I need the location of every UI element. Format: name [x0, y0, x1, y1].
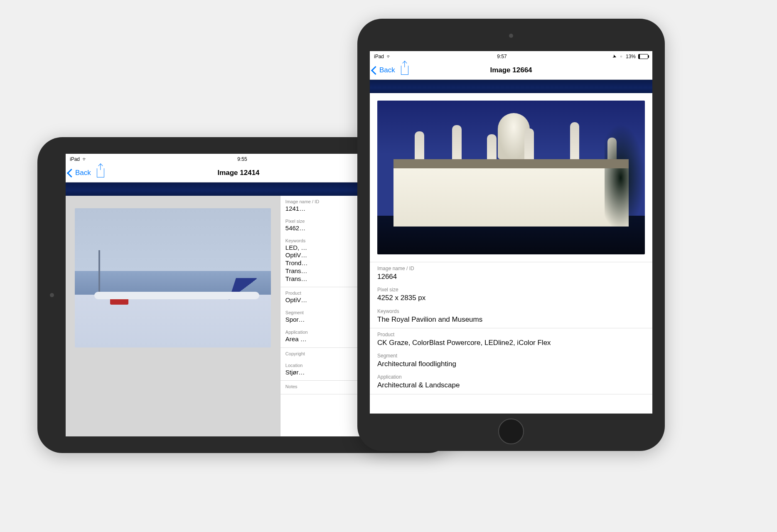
meta-row-application: Application Architectural & Landscape: [370, 372, 652, 393]
status-time: 9:57: [497, 54, 507, 59]
ipad-portrait-device: iPad ᯤ 9:57 ➤ ⚬ 13% Back Image 12664: [357, 19, 665, 451]
home-button[interactable]: [498, 419, 524, 444]
meta-row-segment: Segment Architectural floodlighting: [370, 350, 652, 372]
bluetooth-icon: ⚬: [619, 54, 623, 59]
location-icon: ➤: [612, 53, 617, 60]
share-icon[interactable]: [97, 168, 104, 177]
carrier-label: iPad: [374, 54, 384, 59]
chevron-left-icon: [371, 66, 380, 74]
meta-value: 12664: [377, 272, 645, 281]
battery-percent: 13%: [626, 54, 636, 59]
detail-image: [377, 101, 645, 254]
meta-value: The Royal Pavilion and Museums: [377, 315, 645, 324]
meta-row-product: Product CK Graze, ColorBlast Powercore, …: [370, 329, 652, 350]
metadata-panel: Image name / ID 12664 Pixel size 4252 x …: [370, 262, 652, 394]
meta-value: Architectural & Landscape: [377, 381, 645, 389]
meta-label: Image name / ID: [377, 266, 645, 271]
battery-icon: [638, 54, 648, 59]
back-label: Back: [379, 66, 395, 74]
page-title: Image 12664: [490, 66, 532, 74]
meta-label: Keywords: [377, 308, 645, 314]
wifi-icon: ᯤ: [82, 156, 87, 162]
image-viewer[interactable]: [370, 93, 652, 262]
camera-dot: [50, 293, 54, 297]
image-viewer[interactable]: [66, 196, 280, 436]
meta-row-image-name: Image name / ID 12664: [370, 263, 652, 284]
chevron-left-icon: [67, 168, 76, 177]
wifi-icon: ᯤ: [386, 54, 391, 59]
meta-label: Pixel size: [377, 287, 645, 293]
back-label: Back: [75, 169, 91, 177]
share-icon[interactable]: [401, 66, 408, 75]
meta-label: Segment: [377, 353, 645, 359]
meta-row-pixel-size: Pixel size 4252 x 2835 px: [370, 284, 652, 305]
page-title: Image 12414: [217, 169, 259, 177]
carrier-label: iPad: [70, 156, 80, 162]
meta-label: Product: [377, 332, 645, 337]
meta-value: Architectural floodlighting: [377, 360, 645, 368]
camera-dot: [509, 34, 513, 38]
portrait-screen: iPad ᯤ 9:57 ➤ ⚬ 13% Back Image 12664: [370, 51, 652, 414]
meta-label: Application: [377, 374, 645, 380]
brand-banner: [370, 80, 652, 93]
meta-value: 4252 x 2835 px: [377, 293, 645, 302]
detail-image: [75, 208, 271, 347]
meta-row-keywords: Keywords The Royal Pavilion and Museums: [370, 306, 652, 327]
status-time: 9:55: [237, 156, 247, 162]
back-button[interactable]: Back: [68, 169, 91, 177]
nav-bar: Back Image 12664: [370, 61, 652, 80]
meta-value: CK Graze, ColorBlast Powercore, LEDline2…: [377, 338, 645, 347]
back-button[interactable]: Back: [372, 66, 395, 74]
status-bar: iPad ᯤ 9:57 ➤ ⚬ 13%: [370, 51, 652, 61]
